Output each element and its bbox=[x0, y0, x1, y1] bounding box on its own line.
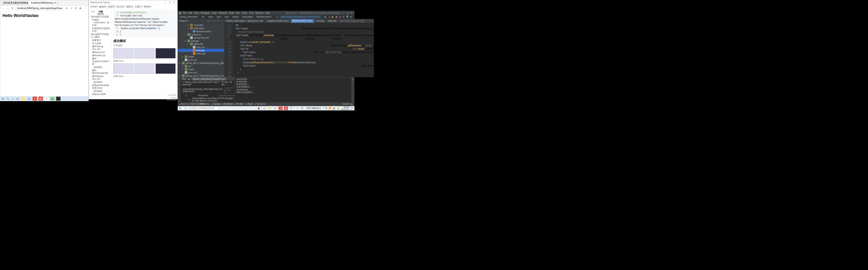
toc-item[interactable]: 新建项目 bbox=[90, 39, 110, 42]
bottom-tab[interactable]: ▸ Profiler bbox=[235, 103, 244, 105]
explorer-icon[interactable]: 📁 bbox=[21, 97, 25, 101]
breadcrumb-item[interactable]: com bbox=[224, 15, 229, 18]
typora-icon[interactable]: T bbox=[44, 97, 49, 101]
task-view-icon[interactable]: ◧ bbox=[257, 107, 261, 110]
editor-tab[interactable]: generated-requests.http bbox=[338, 19, 366, 23]
toc-item[interactable]: 编写Spring-mvc.xml bbox=[90, 45, 110, 51]
taskbar-search[interactable]: 🔍 在这里输入你要搜索的内容 bbox=[182, 107, 218, 110]
toc-item[interactable]: 成功测试 bbox=[90, 66, 110, 69]
editor-tab[interactable]: web.xml bbox=[327, 19, 339, 23]
run-tree-node[interactable]: org.example:Spring_interceptor:war:1.0-S… bbox=[182, 87, 234, 94]
code-editor[interactable]: 11 /all/12 "kw2">public "kw2">class MyIn… bbox=[224, 23, 374, 77]
menu-item[interactable]: 文件(F) bbox=[90, 5, 98, 8]
menu-item[interactable]: File bbox=[183, 12, 186, 14]
tree-node[interactable]: index.jsp bbox=[178, 52, 224, 55]
tree-node[interactable]: ▾webapp bbox=[178, 39, 224, 42]
toc-item[interactable]: 拦截器（interceptor）的作用 bbox=[90, 18, 110, 27]
menu-item[interactable]: VCS bbox=[249, 12, 254, 14]
bottom-tab[interactable]: ▸ Run bbox=[180, 103, 185, 105]
select-open-icon[interactable]: ⊙ bbox=[207, 20, 209, 22]
toc-item[interactable]: 编写TargetController1类 bbox=[90, 57, 110, 66]
tree-node[interactable]: ▸src bbox=[178, 65, 224, 68]
app-icon-red2[interactable]: Bd bbox=[38, 97, 43, 101]
breadcrumb-item[interactable]: java bbox=[217, 15, 221, 18]
menu-item[interactable]: Refactor bbox=[219, 12, 227, 14]
bottom-tab[interactable]: ▸ Build bbox=[246, 103, 253, 105]
tray-date[interactable]: 2022/4/23 bbox=[341, 109, 349, 110]
menu-item[interactable]: Edit bbox=[188, 12, 192, 14]
app-icon-red[interactable]: n bbox=[33, 97, 37, 101]
hide-icon[interactable]: — bbox=[221, 20, 223, 22]
bottom-tab[interactable]: ▸ Problems bbox=[198, 103, 209, 105]
tray-time[interactable]: 16:25 bbox=[341, 106, 349, 109]
app-icon-green[interactable]: ● bbox=[50, 97, 55, 101]
reload-icon[interactable]: ⟳ bbox=[11, 7, 14, 10]
typora-icon[interactable]: T bbox=[289, 107, 293, 110]
profile-icon[interactable]: ◉ bbox=[336, 15, 338, 18]
intellij-icon[interactable]: IJ bbox=[300, 107, 304, 110]
bottom-tab[interactable]: ▸ Services bbox=[255, 103, 266, 105]
search-icon[interactable]: 🔍 bbox=[6, 97, 9, 100]
close-icon[interactable]: ✕ bbox=[173, 1, 176, 4]
battery-icon[interactable]: 🔋 bbox=[337, 107, 340, 109]
run-icon[interactable]: ▶ bbox=[188, 78, 190, 80]
bottom-tab[interactable]: ▸ TODO bbox=[188, 103, 196, 105]
tree-node[interactable]: spring-mvc.xml bbox=[178, 36, 224, 39]
menu-item[interactable]: Build bbox=[229, 12, 234, 14]
settings-icon[interactable]: ⚙ bbox=[217, 20, 219, 22]
coverage-icon[interactable]: ▶ bbox=[332, 15, 335, 18]
widgets-icon[interactable]: ▭ bbox=[262, 107, 266, 110]
menu-item[interactable]: Navigate bbox=[201, 12, 210, 14]
toc-item[interactable]: 变更preHandle返回值为true bbox=[90, 84, 110, 90]
run-config-dropdown[interactable]: JDBCTEMPLATECRUDTEST.TESTCOUNT bbox=[278, 15, 322, 19]
collections-icon[interactable]: ⊞ bbox=[79, 7, 83, 10]
tree-node[interactable]: MyInterceptor1 bbox=[178, 30, 224, 33]
sync-icon[interactable]: ⟳ bbox=[75, 7, 78, 10]
menu-item[interactable]: Tools bbox=[242, 12, 247, 14]
project-label[interactable]: Project bbox=[179, 20, 186, 22]
tree-node[interactable]: ▾WEB-INF bbox=[178, 42, 224, 45]
cortana-icon[interactable]: ○ bbox=[11, 97, 14, 100]
maximize-icon[interactable]: ▢ bbox=[346, 12, 349, 14]
run-tree-node[interactable]: Using platform encoding (UTF-8 actually)… bbox=[182, 97, 234, 102]
breadcrumb-item[interactable]: Spring_interceptor bbox=[180, 15, 198, 18]
menu-item[interactable]: 段落(P) bbox=[108, 5, 115, 8]
tree-node[interactable]: pom.xml bbox=[178, 71, 224, 74]
toc-item[interactable]: 编写web.xml bbox=[90, 51, 110, 54]
run-gutter[interactable] bbox=[178, 77, 181, 102]
build-icon[interactable]: ▾ bbox=[276, 15, 278, 18]
tree-node[interactable]: ▸target bbox=[178, 68, 224, 71]
nav-fwd-icon[interactable]: › bbox=[92, 96, 93, 99]
debug-icon[interactable]: 🐞 bbox=[328, 15, 331, 18]
toc-item[interactable]: 编写index.jsp bbox=[90, 54, 110, 57]
toc-item[interactable]: 新建error视图 bbox=[90, 93, 110, 95]
run-hide-icon[interactable]: — bbox=[352, 82, 354, 84]
event-log-tab[interactable]: Event Log bbox=[342, 103, 352, 105]
menu-item[interactable]: 视图(V) bbox=[126, 5, 133, 8]
menu-item[interactable]: Window bbox=[255, 12, 264, 14]
minimize-icon[interactable]: — bbox=[163, 1, 167, 4]
weather-widget[interactable]: 28°C 晴转多云 bbox=[307, 107, 321, 110]
editor-tab[interactable]: error.jsp bbox=[314, 19, 327, 23]
notifications-icon[interactable]: 💬 bbox=[350, 107, 353, 109]
app-icon[interactable]: n bbox=[278, 107, 283, 110]
task-view-icon[interactable]: ▭ bbox=[16, 97, 20, 100]
toc-item[interactable]: 导入坐标 bbox=[90, 42, 110, 45]
collapse-icon[interactable]: ▭ bbox=[214, 20, 216, 22]
sidebar-tab-file[interactable]: 文件 bbox=[90, 10, 96, 14]
toc-item[interactable]: 编写MyInterceptor类 bbox=[90, 69, 110, 75]
toc-item[interactable]: 编写Spring-mvc.xml bbox=[90, 75, 110, 80]
toc-item[interactable]: 成功测试 bbox=[90, 80, 110, 84]
run-tree-node[interactable]: resources1 warning 446 ms bbox=[182, 94, 234, 97]
bottom-tab[interactable]: ▸ Spring bbox=[212, 103, 220, 105]
toc-item[interactable]: 拦截器和过滤器的区别 bbox=[90, 27, 110, 33]
tree-node[interactable]: error.jsp bbox=[178, 49, 224, 52]
project-tree[interactable]: ▾controller▾interceptorMyInterceptor1▾re… bbox=[178, 23, 224, 77]
menu-item[interactable]: 主题(T) bbox=[135, 5, 142, 8]
bottom-tab[interactable]: ▸ Terminal bbox=[222, 103, 232, 105]
browser-tab-1[interactable]: localhost:8080/Spring_intercep × bbox=[29, 1, 56, 5]
breadcrumb-item[interactable]: MyInterceptor1 bbox=[256, 15, 272, 18]
sidebar-tab-outline[interactable]: 大纲 bbox=[97, 10, 104, 14]
tree-node[interactable]: web.xml bbox=[178, 45, 224, 49]
volume-icon[interactable]: 🔊 bbox=[333, 107, 336, 109]
